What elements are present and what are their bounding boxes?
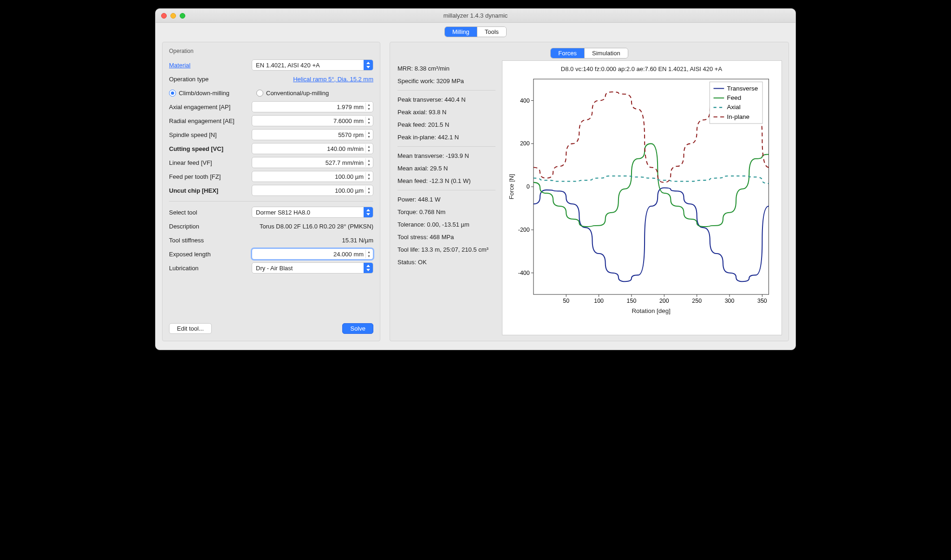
ap-input[interactable]: 1.979 mm▲▼ [252,101,373,112]
chevron-down-icon[interactable]: ▼ [366,121,372,125]
select-tool-label: Select tool [169,209,248,216]
chevron-up-icon[interactable]: ▲ [366,250,372,254]
chevron-down-icon[interactable]: ▼ [366,149,372,153]
tool-select[interactable]: Dormer S812 HA8.0 [252,207,373,218]
radio-off-icon [256,90,263,97]
main-tab-group: Milling Tools [444,26,507,37]
stat-tool-life: Tool life: 13.3 m, 25:07, 210.5 cm³ [397,243,495,256]
radio-conventional[interactable]: Conventional/up-milling [256,90,335,97]
chevron-updown-icon [364,60,373,70]
svg-text:Force [N]: Force [N] [508,174,515,199]
chevron-down-icon[interactable]: ▼ [366,176,372,181]
chart-svg: -400-200020040050100150200250300350Rotat… [507,74,776,316]
stat-mean-trans: Mean transverse: -193.9 N [397,150,495,162]
operation-type-link[interactable]: Helical ramp 5°, Dia. 15.2 mm [293,76,373,83]
sub-tab-group: Forces Simulation [550,48,628,59]
vf-label: Linear feed [VF] [169,159,248,166]
chevron-down-icon[interactable]: ▼ [366,163,372,167]
stiffness-label: Tool stiffness [169,237,248,244]
svg-text:100: 100 [594,298,604,305]
svg-text:Axial: Axial [727,104,741,111]
chart-title: D8.0 vc:140 fz:0.000 ap:2.0 ae:7.60 EN 1… [507,65,776,72]
operation-heading: Operation [169,48,373,54]
svg-text:350: 350 [757,298,767,305]
stat-mean-axial: Mean axial: 29.5 N [397,162,495,175]
lubrication-select[interactable]: Dry - Air Blast [252,262,373,273]
exposed-input[interactable]: 24.000 mm▲▼ [252,248,373,260]
chevron-up-icon[interactable]: ▲ [366,103,372,107]
results-panel: Forces Simulation MRR: 8.38 cm³/min Spec… [390,42,789,341]
edit-tool-button[interactable]: Edit tool... [169,323,212,334]
svg-text:-400: -400 [518,270,530,276]
ae-input[interactable]: 7.6000 mm▲▼ [252,115,373,126]
chevron-updown-icon [364,207,373,217]
vc-input[interactable]: 140.00 m/min▲▼ [252,143,373,154]
stat-peak-inplane: Peak in-plane: 442.1 N [397,131,495,143]
n-label: Spindle speed [N] [169,131,248,138]
stat-specwork: Specific work: 3209 MPa [397,75,495,87]
svg-text:0: 0 [527,183,530,190]
hex-input[interactable]: 100.00 µm▲▼ [252,185,373,196]
chevron-up-icon[interactable]: ▲ [366,186,372,190]
tab-milling[interactable]: Milling [445,27,477,37]
vf-input[interactable]: 527.7 mm/min▲▼ [252,157,373,168]
svg-text:300: 300 [725,298,735,305]
solve-button[interactable]: Solve [342,323,373,334]
svg-text:400: 400 [520,98,530,104]
chevron-up-icon[interactable]: ▲ [366,130,372,135]
chevron-up-icon[interactable]: ▲ [366,172,372,176]
stat-peak-trans: Peak transverse: 440.4 N [397,93,495,106]
close-icon[interactable] [161,13,167,19]
svg-text:50: 50 [563,298,569,305]
hex-label: Uncut chip [HEX] [169,187,248,194]
svg-text:Feed: Feed [727,94,742,101]
material-value: EN 1.4021, AISI 420 +A [256,62,320,69]
tab-simulation[interactable]: Simulation [584,48,628,58]
app-window: millalyzer 1.4.3 dynamic Milling Tools O… [155,8,796,350]
stats-block: MRR: 8.38 cm³/min Specific work: 3209 MP… [397,60,496,335]
stat-peak-feed: Peak feed: 201.5 N [397,118,495,131]
material-select[interactable]: EN 1.4021, AISI 420 +A [252,59,373,71]
stat-torque: Torque: 0.768 Nm [397,206,495,218]
chevron-down-icon[interactable]: ▼ [366,107,372,111]
stat-mrr: MRR: 8.38 cm³/min [397,62,495,75]
chevron-down-icon[interactable]: ▼ [366,254,372,258]
chevron-down-icon[interactable]: ▼ [366,190,372,195]
chevron-updown-icon [364,263,373,273]
chevron-up-icon[interactable]: ▲ [366,117,372,121]
svg-text:200: 200 [659,298,669,305]
svg-text:200: 200 [520,141,530,147]
material-label[interactable]: Material [169,62,248,69]
radio-on-icon [169,90,176,97]
fz-input[interactable]: 100.00 µm▲▼ [252,171,373,182]
svg-text:Transverse: Transverse [727,85,758,92]
lubrication-label: Lubrication [169,265,248,272]
n-input[interactable]: 5570 rpm▲▼ [252,129,373,140]
operation-type-label: Operation type [169,76,248,83]
desc-value: Torus D8.00 2F L16.0 R0.20 28° (PMKSN) [252,223,373,230]
stat-status: Status: OK [397,256,495,268]
tab-forces[interactable]: Forces [551,48,584,58]
stiffness-value: 15.31 N/µm [252,237,373,244]
vc-label: Cutting speed [VC] [169,145,248,152]
svg-text:Rotation [deg]: Rotation [deg] [632,307,671,314]
force-chart: D8.0 vc:140 fz:0.000 ap:2.0 ae:7.60 EN 1… [502,60,782,335]
minimize-icon[interactable] [170,13,176,19]
radio-climb[interactable]: Climb/down-milling [169,90,248,97]
tab-tools[interactable]: Tools [477,27,506,37]
svg-text:250: 250 [692,298,702,305]
ap-label: Axial engagement [AP] [169,104,248,111]
fz-label: Feed per tooth [FZ] [169,173,248,180]
stat-tolerance: Tolerance: 0.00, -13.51 µm [397,218,495,231]
svg-text:In-plane: In-plane [727,113,750,120]
exposed-label: Exposed length [169,251,248,258]
stat-mean-feed: Mean feed: -12.3 N (0.1 W) [397,175,495,187]
chevron-up-icon[interactable]: ▲ [366,158,372,163]
svg-text:-200: -200 [518,227,530,233]
window-title: millalyzer 1.4.3 dynamic [156,12,795,19]
ae-label: Radial engagement [AE] [169,117,248,124]
stat-power: Power: 448.1 W [397,193,495,206]
chevron-down-icon[interactable]: ▼ [366,135,372,139]
chevron-up-icon[interactable]: ▲ [366,144,372,149]
maximize-icon[interactable] [180,13,185,19]
